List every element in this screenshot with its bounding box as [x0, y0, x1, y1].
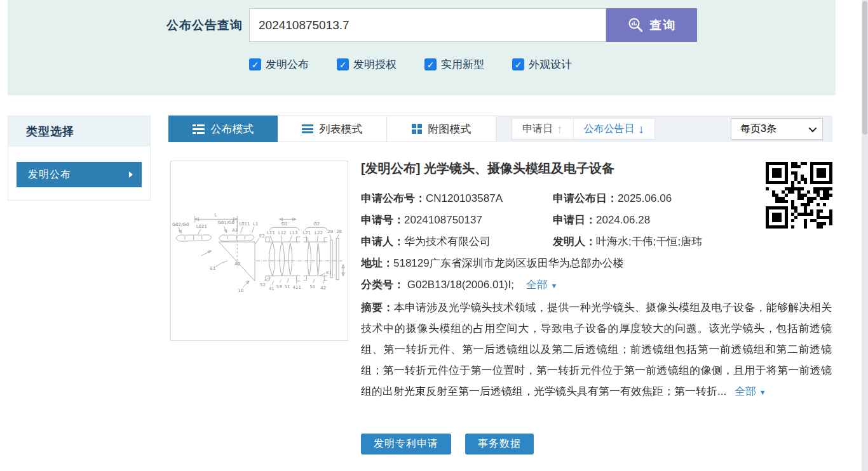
- svg-text:L21: L21: [303, 230, 311, 236]
- query-button[interactable]: 查询: [606, 8, 697, 42]
- type-sidebar: 类型选择 发明公布: [8, 116, 151, 201]
- field-label: 地址：: [361, 257, 393, 269]
- sort-by-publication-date[interactable]: 公布公告日 ↓: [573, 119, 655, 139]
- field-row: 申请公布号：CN120103587A 申请公布日：2025.06.06: [361, 191, 844, 206]
- search-panel: 公布公告查询 查询 ✓ 发明公布 ✓ 发明授权 ✓ 实用新型 ✓ 外观设计: [8, 0, 836, 95]
- invention-application-button[interactable]: 发明专利申请: [361, 434, 451, 454]
- checkbox-design[interactable]: ✓ 外观设计: [512, 57, 572, 72]
- field-label: 申请日：: [553, 214, 596, 226]
- page-scrollbar[interactable]: [862, 0, 868, 471]
- sort-by-application-date[interactable]: 申请日 ↑: [512, 119, 573, 139]
- svg-text:K1: K1: [326, 270, 332, 275]
- figure-mode-icon: [412, 124, 422, 134]
- sort-label: 申请日: [522, 123, 553, 136]
- patent-title: [发明公布] 光学镜头、摄像头模组及电子设备: [361, 160, 614, 177]
- arrow-up-icon: ↑: [557, 123, 563, 135]
- checkbox-invention-publication[interactable]: ✓ 发明公布: [249, 57, 309, 72]
- transaction-data-button[interactable]: 事务数据: [465, 434, 534, 454]
- field-row: 申请人：华为技术有限公司 发明人：叶海水;干伟;干恒;唐玮: [361, 234, 844, 249]
- svg-text:G1: G1: [281, 222, 288, 227]
- tab-list-mode[interactable]: 列表模式: [278, 116, 387, 142]
- svg-text:42: 42: [320, 286, 326, 291]
- chevron-right-icon: [129, 171, 133, 178]
- patent-type-filters: ✓ 发明公布 ✓ 发明授权 ✓ 实用新型 ✓ 外观设计: [249, 57, 572, 72]
- checkbox-invention-grant[interactable]: ✓ 发明授权: [337, 57, 397, 72]
- page-size-value: 每页3条: [740, 123, 776, 136]
- svg-text:L: L: [215, 213, 217, 218]
- tab-label: 附图模式: [428, 122, 471, 136]
- svg-text:L13: L13: [290, 230, 298, 236]
- scrollbar-thumb[interactable]: [862, 1, 867, 135]
- tab-label: 列表模式: [320, 122, 363, 136]
- view-mode-tabs: 公布模式 列表模式 附图模式: [168, 116, 496, 142]
- search-input[interactable]: [249, 8, 606, 42]
- svg-text:G01/G0: G01/G0: [217, 220, 234, 225]
- svg-text:10: 10: [238, 288, 243, 293]
- svg-text:G2: G2: [313, 222, 320, 227]
- field-value: CN120103587A: [426, 192, 503, 204]
- field-value: 2025.06.06: [618, 192, 672, 204]
- abstract-text: 本申请涉及光学镜头技术领域，提供一种光学镜头、摄像头模组及电子设备，能够解决相关…: [361, 302, 832, 397]
- sort-controls: 申请日 ↑ 公布公告日 ↓: [512, 118, 655, 140]
- svg-text:G02/G0: G02/G0: [172, 222, 189, 227]
- svg-text:L011: L011: [239, 222, 250, 227]
- svg-text:411: 411: [293, 285, 301, 290]
- search-label: 公布公告查询: [135, 17, 243, 34]
- svg-text:53: 53: [276, 284, 282, 289]
- checkbox-utility-model[interactable]: ✓ 实用新型: [424, 57, 484, 72]
- svg-text:E1: E1: [210, 266, 216, 271]
- results-toolbar: 公布模式 列表模式 附图模式 申请日 ↑ 公布公告日 ↓ 每页3条: [168, 116, 832, 142]
- svg-text:E2: E2: [259, 234, 265, 239]
- tab-figure-mode[interactable]: 附图模式: [387, 116, 496, 142]
- svg-text:52: 52: [260, 282, 266, 288]
- svg-text:28: 28: [336, 229, 342, 234]
- list-mode-icon: [302, 124, 313, 133]
- svg-text:L11: L11: [267, 230, 275, 236]
- field-value: 叶海水;干伟;干恒;唐玮: [596, 236, 702, 248]
- field-value: 2024108750137: [404, 214, 482, 226]
- query-button-label: 查询: [650, 17, 677, 34]
- svg-text:41: 41: [269, 286, 275, 291]
- checkbox-checked-icon[interactable]: ✓: [337, 58, 349, 70]
- abstract-all-link[interactable]: 全部 ▼: [735, 385, 766, 397]
- tab-publication-mode[interactable]: 公布模式: [168, 116, 278, 142]
- magnifier-chart-icon: [627, 17, 644, 34]
- field-row: 申请号：2024108750137 申请日：2024.06.28: [361, 213, 844, 227]
- abstract-label: 摘要：: [361, 302, 394, 314]
- checkbox-checked-icon[interactable]: ✓: [249, 58, 261, 70]
- classification-value: G02B13/18(2006.01)I;: [407, 279, 514, 291]
- field-label: 申请号：: [361, 214, 404, 226]
- tab-label: 公布模式: [211, 122, 254, 136]
- field-label: 分类号：: [361, 279, 404, 291]
- field-label: 申请公布日：: [553, 192, 618, 204]
- card-actions: 发明专利申请 事务数据: [361, 434, 534, 454]
- sidebar-item-label: 发明公布: [28, 168, 71, 182]
- sort-label: 公布公告日: [584, 123, 635, 136]
- field-value: 2024.06.28: [596, 214, 650, 226]
- svg-text:L1: L1: [253, 222, 258, 227]
- field-label: 申请公布号：: [361, 192, 426, 204]
- arrow-down-icon: ↓: [639, 123, 645, 135]
- svg-text:A2: A2: [234, 262, 240, 267]
- field-value: 518129广东省深圳市龙岗区坂田华为总部办公楼: [393, 257, 624, 269]
- triangle-down-icon: ▼: [550, 282, 557, 289]
- svg-text:L12: L12: [278, 230, 287, 236]
- patent-result-card: L G02/G0 L021 G01/G0 L011 L1 A1 E2 E1: [168, 152, 832, 471]
- sidebar-item-invention-publication[interactable]: 发明公布: [17, 162, 142, 187]
- svg-text:29: 29: [327, 229, 333, 234]
- publication-mode-icon: [193, 124, 205, 134]
- svg-text:L22: L22: [315, 230, 323, 236]
- classification-row: 分类号： G02B13/18(2006.01)I; 全部 ▼: [361, 277, 844, 292]
- address-row: 地址：518129广东省深圳市龙岗区坂田华为总部办公楼: [361, 256, 844, 270]
- abstract-paragraph: 摘要：本申请涉及光学镜头技术领域，提供一种光学镜头、摄像头模组及电子设备，能够解…: [361, 297, 832, 403]
- field-label: 发明人：: [553, 236, 596, 248]
- page-size-select[interactable]: 每页3条: [731, 118, 823, 140]
- svg-text:51: 51: [309, 284, 315, 289]
- patent-drawing-thumbnail[interactable]: L G02/G0 L021 G01/G0 L011 L1 A1 E2 E1: [170, 161, 348, 341]
- checkbox-checked-icon[interactable]: ✓: [424, 58, 437, 70]
- classification-all-link[interactable]: 全部 ▼: [526, 279, 558, 291]
- sidebar-title: 类型选择: [8, 116, 150, 147]
- field-value: 华为技术有限公司: [404, 236, 491, 248]
- checkbox-checked-icon[interactable]: ✓: [512, 58, 524, 70]
- svg-text:51: 51: [285, 284, 290, 289]
